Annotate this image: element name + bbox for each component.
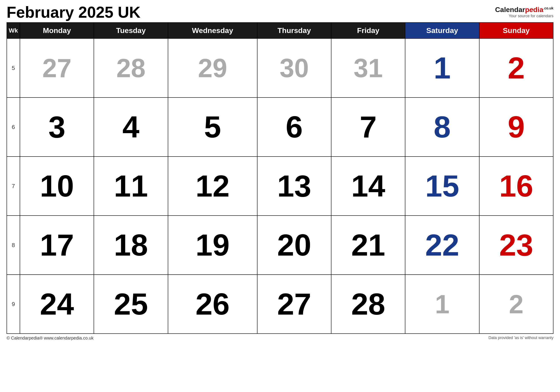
day-cell-14-week7: 14 — [331, 157, 405, 216]
day-number: 21 — [351, 228, 385, 262]
day-cell-7-week6: 7 — [331, 98, 405, 157]
day-cell-21-week8: 21 — [331, 216, 405, 274]
week-number-8: 8 — [7, 216, 20, 274]
day-cell-5-week6: 5 — [168, 98, 257, 157]
footer-copyright: © Calendarpedia® www.calendarpedia.co.uk — [7, 336, 93, 341]
day-cell-10-week7: 10 — [20, 157, 94, 216]
day-number: 25 — [114, 287, 148, 321]
day-cell-27-week5: 27 — [20, 39, 94, 98]
col-header-wk: Wk — [7, 22, 20, 39]
day-number: 23 — [499, 228, 533, 262]
day-number: 11 — [114, 169, 148, 203]
day-number: 12 — [196, 169, 230, 203]
day-cell-23-week8: 23 — [479, 216, 553, 274]
day-cell-27-week9: 27 — [257, 274, 331, 334]
day-cell-25-week9: 25 — [94, 274, 168, 334]
day-number: 2 — [509, 289, 523, 319]
logo-text: Calendarpedia.co.uk — [495, 5, 553, 14]
page-title: February 2025 UK — [7, 4, 140, 20]
day-number: 1 — [435, 289, 450, 319]
logo-name-part2: pedia — [525, 6, 543, 14]
day-cell-1-week9: 1 — [405, 274, 479, 334]
col-header-monday: Monday — [20, 22, 94, 39]
day-cell-30-week5: 30 — [257, 39, 331, 98]
day-cell-19-week8: 19 — [168, 216, 257, 274]
day-cell-13-week7: 13 — [257, 157, 331, 216]
day-number: 15 — [425, 169, 459, 203]
day-number: 17 — [40, 228, 74, 262]
col-header-thursday: Thursday — [257, 22, 331, 39]
day-number: 7 — [360, 110, 377, 144]
week-row-9: 9242526272812 — [7, 274, 553, 334]
day-number: 28 — [351, 287, 385, 321]
day-number: 24 — [40, 287, 74, 321]
calendar-table: Wk Monday Tuesday Wednesday Thursday Fri… — [7, 22, 553, 334]
day-number: 8 — [434, 110, 451, 144]
day-number: 9 — [508, 110, 525, 144]
calendar-body: 5272829303112634567897101112131415168171… — [7, 39, 553, 334]
day-number: 5 — [204, 110, 221, 144]
day-cell-26-week9: 26 — [168, 274, 257, 334]
day-number: 16 — [499, 169, 533, 203]
day-cell-9-week6: 9 — [479, 98, 553, 157]
day-cell-8-week6: 8 — [405, 98, 479, 157]
day-cell-31-week5: 31 — [331, 39, 405, 98]
day-cell-20-week8: 20 — [257, 216, 331, 274]
day-number: 30 — [280, 53, 309, 83]
day-cell-28-week9: 28 — [331, 274, 405, 334]
week-row-5: 5272829303112 — [7, 39, 553, 98]
day-number: 19 — [196, 228, 230, 262]
week-number-6: 6 — [7, 98, 20, 157]
col-header-tuesday: Tuesday — [94, 22, 168, 39]
footer-disclaimer: Data provided 'as is' without warranty — [489, 336, 553, 341]
week-row-6: 63456789 — [7, 98, 553, 157]
day-cell-2-week5: 2 — [479, 39, 553, 98]
week-number-5: 5 — [7, 39, 20, 98]
day-cell-1-week5: 1 — [405, 39, 479, 98]
day-cell-29-week5: 29 — [168, 39, 257, 98]
day-number: 4 — [122, 110, 140, 144]
week-number-7: 7 — [7, 157, 20, 216]
footer: © Calendarpedia® www.calendarpedia.co.uk… — [7, 336, 553, 341]
day-cell-28-week5: 28 — [94, 39, 168, 98]
page-header: February 2025 UK Calendarpedia.co.uk You… — [7, 4, 553, 20]
day-number: 1 — [434, 51, 451, 85]
col-header-saturday: Saturday — [405, 22, 479, 39]
day-number: 3 — [48, 110, 65, 144]
day-cell-24-week9: 24 — [20, 274, 94, 334]
day-number: 27 — [277, 287, 311, 321]
day-number: 14 — [351, 169, 385, 203]
day-number: 20 — [277, 228, 311, 262]
day-cell-4-week6: 4 — [94, 98, 168, 157]
day-number: 26 — [196, 287, 230, 321]
week-number-9: 9 — [7, 274, 20, 334]
day-number: 13 — [277, 169, 311, 203]
day-cell-17-week8: 17 — [20, 216, 94, 274]
week-row-8: 817181920212223 — [7, 216, 553, 274]
col-header-sunday: Sunday — [479, 22, 553, 39]
day-cell-3-week6: 3 — [20, 98, 94, 157]
day-number: 18 — [114, 228, 148, 262]
day-number: 27 — [42, 53, 71, 83]
logo-subtitle: Your source for calendars — [495, 14, 553, 18]
day-number: 22 — [425, 228, 459, 262]
col-header-wednesday: Wednesday — [168, 22, 257, 39]
day-cell-22-week8: 22 — [405, 216, 479, 274]
day-cell-18-week8: 18 — [94, 216, 168, 274]
day-number: 28 — [116, 53, 145, 83]
day-cell-15-week7: 15 — [405, 157, 479, 216]
day-cell-2-week9: 2 — [479, 274, 553, 334]
day-number: 10 — [40, 169, 74, 203]
day-cell-16-week7: 16 — [479, 157, 553, 216]
day-number: 31 — [354, 53, 383, 83]
brand-logo: Calendarpedia.co.uk Your source for cale… — [495, 4, 553, 18]
logo-name-part1: Calendar — [495, 6, 525, 14]
week-row-7: 710111213141516 — [7, 157, 553, 216]
day-number: 29 — [198, 53, 227, 83]
logo-domain: .co.uk — [543, 6, 553, 10]
header-row: Wk Monday Tuesday Wednesday Thursday Fri… — [7, 22, 553, 39]
col-header-friday: Friday — [331, 22, 405, 39]
day-number: 2 — [508, 51, 525, 85]
day-cell-12-week7: 12 — [168, 157, 257, 216]
day-cell-11-week7: 11 — [94, 157, 168, 216]
